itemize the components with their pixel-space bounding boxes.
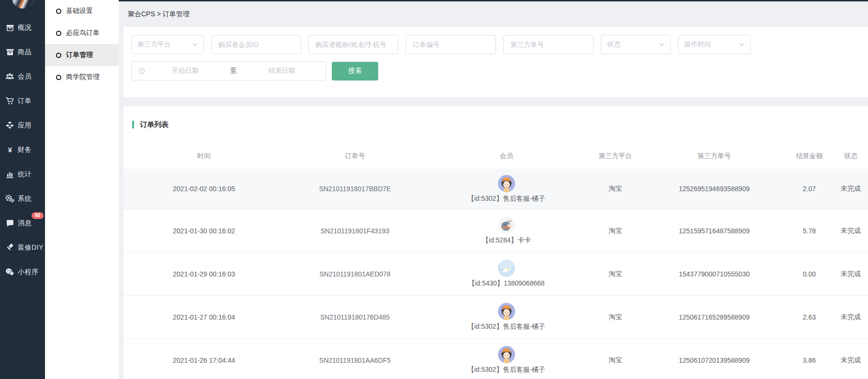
orders-cart-icon: [5, 96, 14, 105]
cell-time: 2021-01-26 17:04:44: [124, 356, 284, 364]
cell-third-party-no: 1252695194693588909: [643, 185, 785, 193]
col-header-platform: 第三方平台: [587, 152, 643, 161]
sidebar-item-label: 应用: [18, 121, 32, 130]
sidebar-item-finance[interactable]: ¥ 财务: [0, 138, 45, 162]
table-row[interactable]: 2021-01-27 00:16:04 SN210119180176D485 【…: [124, 296, 868, 339]
sidebar-item-miniprogram[interactable]: 小程序: [0, 260, 45, 284]
cell-amount: 2.63: [785, 313, 834, 321]
cell-time: 2021-01-30 00:16:02: [124, 227, 284, 235]
user-avatar[interactable]: [11, 0, 35, 9]
cell-platform: 淘宝: [587, 356, 643, 365]
cell-member: 【id:5302】售后客服-橘子: [426, 175, 587, 203]
table-row[interactable]: 2021-01-29 00:16:03 SN2101191801AED078 【…: [124, 253, 868, 296]
radio-circle-icon: [56, 53, 61, 58]
platform-select-placeholder: 第三方平台: [137, 40, 171, 49]
cell-amount: 5.78: [785, 227, 834, 235]
finance-yuan-icon: ¥: [5, 145, 14, 154]
sidebar-item-apps[interactable]: 应用: [0, 113, 45, 138]
sidebar-item-label: 概况: [18, 23, 32, 32]
col-header-amount: 结算金额: [785, 152, 834, 161]
goods-box-icon: [5, 47, 14, 57]
submenu-item-order-management[interactable]: 订单管理: [45, 44, 119, 66]
date-range-separator: 至: [225, 67, 242, 75]
third-party-no-input[interactable]: [503, 35, 594, 54]
system-gears-icon: [5, 194, 14, 203]
cell-order-no: SN2101191801F43193: [284, 227, 426, 235]
col-header-status: 状态: [834, 152, 868, 161]
col-header-order-no: 订单号: [284, 152, 426, 161]
order-no-input[interactable]: [406, 35, 496, 54]
sidebar-item-label: 财务: [18, 146, 32, 154]
cell-status: 未完成: [834, 227, 868, 235]
member-id-input[interactable]: [211, 35, 301, 54]
sidebar-item-orders[interactable]: 订单: [0, 89, 45, 113]
cell-platform: 淘宝: [587, 313, 643, 322]
sidebar-item-system[interactable]: 系统: [0, 186, 45, 211]
breadcrumb: 聚合CPS > 订单管理: [124, 1, 868, 27]
submenu-item-academy-management[interactable]: 商学院管理: [45, 66, 119, 88]
submenu-item-label: 商学院管理: [66, 73, 100, 81]
radio-circle-icon: [56, 9, 61, 14]
sidebar-item-label: 小程序: [18, 268, 39, 276]
table-row[interactable]: 2021-01-26 17:04:44 SN2101191801AA6DF5 【…: [124, 339, 868, 379]
submenu-item-bird-orders[interactable]: 必应鸟订单: [45, 22, 119, 44]
cell-amount: 2.07: [785, 185, 834, 193]
order-list-title: 订单列表: [140, 120, 169, 129]
member-label: 【id:5302】售后客服-橘子: [467, 366, 545, 374]
green-title-bar: [132, 121, 134, 128]
messages-bubble-icon: [5, 218, 14, 228]
cell-member: 【id:5284】卡卡: [426, 217, 587, 245]
stats-bars-icon: [5, 170, 14, 179]
cell-order-no: SN21011918017BBD7E: [284, 185, 426, 193]
sidebar-item-decorate-diy[interactable]: 装修DIY: [0, 235, 45, 260]
submenu-item-label: 基础设置: [66, 7, 93, 15]
order-list-panel: 订单列表 时间 订单号 会员 第三方平台 第三方单号 结算金额 状态 2021-…: [124, 106, 868, 379]
sidebar-item-label: 系统: [18, 195, 32, 203]
decorate-gavel-icon: [5, 243, 14, 252]
cell-order-no: SN210119180176D485: [284, 313, 426, 321]
sidebar-item-stats[interactable]: 统计: [0, 162, 45, 186]
sidebar-item-messages[interactable]: 消息 60: [0, 211, 45, 235]
op-time-select[interactable]: 操作时间: [678, 35, 751, 54]
table-row[interactable]: 2021-02-02 00:16:05 SN21011918017BBD7E 【…: [124, 169, 868, 209]
cell-amount: 3.86: [785, 356, 834, 364]
submenu-item-basic-settings[interactable]: 基础设置: [45, 0, 119, 22]
sidebar-item-goods[interactable]: 商品: [0, 40, 45, 64]
avatar-girl-icon: [498, 303, 515, 320]
date-range-picker[interactable]: 开始日期 至 结束日期: [131, 61, 326, 80]
avatar-bird-icon: [498, 217, 515, 234]
cell-status: 未完成: [834, 184, 868, 193]
buyer-input[interactable]: [308, 35, 398, 54]
apps-cubes-icon: [5, 121, 14, 130]
cell-platform: 淘宝: [587, 270, 643, 278]
submenu-item-label: 必应鸟订单: [66, 29, 100, 37]
member-label: 【id:5284】卡卡: [482, 236, 531, 245]
col-header-member: 会员: [426, 152, 587, 161]
section-title: 订单列表: [124, 120, 868, 129]
cell-third-party-no: 1251595716487588909: [643, 227, 785, 235]
col-header-time: 时间: [124, 152, 284, 161]
cell-order-no: SN2101191801AED078: [284, 270, 426, 278]
end-date-placeholder: 结束日期: [245, 67, 319, 75]
sidebar-item-overview[interactable]: 概况: [0, 15, 45, 40]
sub-sidebar: 基础设置 必应鸟订单 订单管理 商学院管理: [45, 0, 119, 379]
main-content: 聚合CPS > 订单管理 第三方平台 状态: [119, 0, 868, 379]
platform-select[interactable]: 第三方平台: [131, 35, 204, 54]
cell-status: 未完成: [834, 356, 868, 365]
start-date-placeholder: 开始日期: [148, 67, 223, 75]
member-label: 【id:5430】13809068668: [468, 279, 545, 288]
chevron-down-icon: [659, 42, 665, 47]
status-select[interactable]: 状态: [601, 35, 671, 54]
cell-member: 【id:5302】售后客服-橘子: [426, 346, 587, 374]
cell-third-party-no: 1250617165289588909: [643, 313, 785, 321]
filter-row-2: 开始日期 至 结束日期 搜索: [131, 61, 868, 80]
main-sidebar: 概况 商品 会员 订单: [0, 0, 45, 379]
main-nav: 概况 商品 会员 订单: [0, 15, 45, 284]
app-window: 概况 商品 会员 订单: [0, 0, 868, 379]
search-button[interactable]: 搜索: [332, 62, 378, 80]
table-row[interactable]: 2021-01-30 00:16:02 SN2101191801F43193 【…: [124, 209, 868, 253]
chevron-down-icon: [192, 42, 198, 47]
member-label: 【id:5302】售后客服-橘子: [467, 195, 545, 203]
sidebar-item-label: 消息: [18, 219, 32, 228]
sidebar-item-members[interactable]: 会员: [0, 64, 45, 89]
